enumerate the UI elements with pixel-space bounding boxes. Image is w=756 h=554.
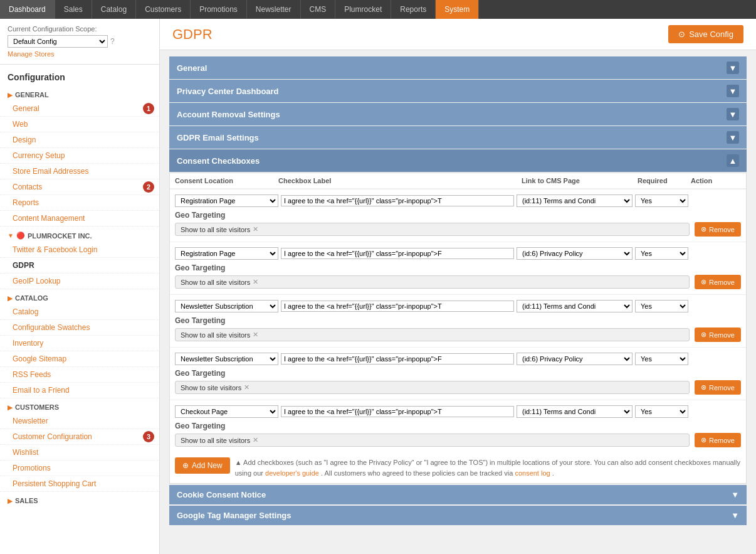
sidebar-item-persistent-cart[interactable]: Persistent Shopping Cart	[0, 476, 159, 492]
nav-newsletter[interactable]: Newsletter	[247, 0, 301, 19]
nav-plumrocket[interactable]: Plumrocket	[335, 0, 391, 19]
sidebar-item-newsletter[interactable]: Newsletter	[0, 413, 159, 429]
nav-system[interactable]: System	[436, 0, 479, 19]
toggle-privacy[interactable]: ▼	[727, 85, 739, 97]
sidebar-item-google-sitemap[interactable]: Google Sitemap	[0, 351, 159, 367]
col-header-required: Required	[638, 177, 691, 184]
section-account-removal[interactable]: Account Removal Settings ▼	[169, 103, 747, 125]
remove-button-4[interactable]: ⊗ Remove	[695, 380, 741, 395]
sidebar-item-inventory[interactable]: Inventory	[0, 336, 159, 351]
sidebar-item-email-friend[interactable]: Email to a Friend	[0, 383, 159, 398]
top-navigation: Dashboard Sales Catalog Customers Promot…	[0, 0, 756, 19]
required-select-3[interactable]: Yes	[635, 300, 688, 312]
section-google-tag[interactable]: Google Tag Manager Settings ▼	[169, 506, 747, 525]
section-privacy-center[interactable]: Privacy Center Dashboard ▼	[169, 80, 747, 102]
sidebar-item-gdpr[interactable]: GDPR	[0, 258, 159, 274]
geo-tag-remove-3[interactable]: ✕	[253, 331, 258, 339]
label-input-1[interactable]	[281, 195, 514, 206]
cms-page-select-1[interactable]: (id:11) Terms and Condi	[517, 194, 633, 207]
sidebar-group-plumrocket[interactable]: ▼ 🔴 PLUMROCKET INC.	[0, 226, 159, 242]
save-config-button[interactable]: ⊙ Save Config	[668, 25, 743, 43]
sidebar-item-customer-config[interactable]: Customer Configuration 3	[0, 429, 159, 445]
sidebar-item-rss-feeds[interactable]: RSS Feeds	[0, 367, 159, 383]
sidebar-item-twitter-fb[interactable]: Twitter & Facebook Login	[0, 242, 159, 258]
developers-guide-link[interactable]: developer's guide	[265, 469, 319, 477]
geo-tag-remove-1[interactable]: ✕	[253, 225, 258, 233]
sidebar-group-general[interactable]: ▶ GENERAL	[0, 86, 159, 101]
cms-page-select-3[interactable]: (id:11) Terms and Condi	[517, 300, 633, 312]
manage-stores-link[interactable]: Manage Stores	[8, 50, 152, 58]
sidebar-item-promotions[interactable]: Promotions	[0, 461, 159, 476]
geo-tag-remove-5[interactable]: ✕	[253, 436, 258, 444]
location-select-5[interactable]: Checkout Page	[175, 405, 278, 418]
sidebar-item-content-mgmt[interactable]: Content Management	[0, 211, 159, 226]
geo-tag-remove-2[interactable]: ✕	[253, 278, 258, 286]
toggle-account[interactable]: ▼	[727, 108, 739, 120]
consent-row-main: Registration Page (id:6) Privacy Policy …	[175, 247, 741, 260]
consent-log-link[interactable]: consent log	[515, 469, 550, 477]
nav-dashboard[interactable]: Dashboard	[0, 0, 55, 19]
location-select-2[interactable]: Registration Page	[175, 247, 278, 260]
config-title: Configuration	[0, 65, 159, 86]
main-content: GDPR ⊙ Save Config General ▼ Privacy Cen…	[160, 19, 756, 554]
remove-button-3[interactable]: ⊗ Remove	[695, 328, 741, 342]
geo-targeting-row: Show to all site visitors ✕ ⊗ Remove	[175, 433, 741, 447]
required-select-2[interactable]: Yes	[635, 247, 688, 260]
sidebar-item-catalog[interactable]: Catalog	[0, 304, 159, 320]
nav-sales[interactable]: Sales	[55, 0, 92, 19]
remove-button-5[interactable]: ⊗ Remove	[695, 433, 741, 447]
cms-page-select-2[interactable]: (id:6) Privacy Policy	[517, 247, 633, 260]
geo-tag-remove-4[interactable]: ✕	[244, 383, 249, 392]
geo-tag-text: Show to site visitors	[181, 384, 241, 392]
section-general[interactable]: General ▼	[169, 56, 747, 79]
sidebar-item-configurable-swatches[interactable]: Configurable Swatches	[0, 320, 159, 336]
sidebar-item-reports[interactable]: Reports	[0, 195, 159, 211]
sidebar-item-wishlist[interactable]: Wishlist	[0, 445, 159, 461]
geo-targeting-row: Show to site visitors ✕ ⊗ Remove	[175, 380, 741, 395]
toggle-consent[interactable]: ▲	[727, 154, 739, 167]
sidebar-item-currency-setup[interactable]: Currency Setup	[0, 148, 159, 164]
label-input-3[interactable]	[281, 301, 514, 312]
add-new-button[interactable]: ⊕ Add New	[175, 457, 230, 474]
cms-page-select-4[interactable]: (id:6) Privacy Policy	[517, 353, 633, 365]
consent-row: Newsletter Subscription (id:6) Privacy P…	[170, 347, 746, 400]
sidebar-group-customers[interactable]: ▶ CUSTOMERS	[0, 398, 159, 413]
required-select-5[interactable]: Yes	[635, 405, 688, 418]
nav-customers[interactable]: Customers	[136, 0, 191, 19]
nav-promotions[interactable]: Promotions	[191, 0, 247, 19]
remove-button-1[interactable]: ⊗ Remove	[695, 222, 741, 237]
scope-select[interactable]: Default Config	[8, 35, 108, 48]
remove-button-2[interactable]: ⊗ Remove	[695, 275, 741, 289]
sidebar-item-contacts[interactable]: Contacts 2	[0, 179, 159, 195]
toggle-google-tag[interactable]: ▼	[731, 511, 739, 520]
help-icon[interactable]: ?	[110, 37, 115, 46]
consent-table-header: Consent Location Checkbox Label Link to …	[170, 173, 746, 189]
toggle-gdpr-email[interactable]: ▼	[727, 131, 739, 144]
required-select-1[interactable]: Yes	[635, 194, 688, 207]
section-consent-checkboxes[interactable]: Consent Checkboxes ▲	[169, 149, 747, 172]
label-input-2[interactable]	[281, 248, 514, 259]
sidebar-item-store-email[interactable]: Store Email Addresses	[0, 164, 159, 179]
sidebar-item-web[interactable]: Web	[0, 117, 159, 132]
label-input-5[interactable]	[281, 406, 514, 417]
sidebar-item-design[interactable]: Design	[0, 132, 159, 148]
location-select-1[interactable]: Registration Page	[175, 194, 278, 207]
consent-row: Checkout Page (id:11) Terms and Condi Ye…	[170, 400, 746, 452]
nav-catalog[interactable]: Catalog	[92, 0, 136, 19]
label-input-4[interactable]	[281, 353, 514, 365]
sidebar-group-sales[interactable]: ▶ SALES	[0, 492, 159, 507]
nav-cms[interactable]: CMS	[301, 0, 336, 19]
location-select-4[interactable]: Newsletter Subscription	[175, 353, 278, 365]
nav-reports[interactable]: Reports	[391, 0, 436, 19]
sidebar-item-geoip[interactable]: GeoIP Lookup	[0, 274, 159, 289]
toggle-cookie[interactable]: ▼	[731, 490, 739, 499]
cms-page-select-5[interactable]: (id:11) Terms and Condi	[517, 405, 633, 418]
toggle-general[interactable]: ▼	[727, 61, 739, 74]
section-gdpr-email[interactable]: GDPR Email Settings ▼	[169, 126, 747, 149]
required-select-4[interactable]: Yes	[635, 353, 688, 365]
location-select-3[interactable]: Newsletter Subscription	[175, 300, 278, 312]
add-icon: ⊕	[182, 461, 189, 470]
section-cookie-consent[interactable]: Cookie Consent Notice ▼	[169, 485, 747, 504]
sidebar-item-general[interactable]: General 1	[0, 101, 159, 117]
sidebar-group-catalog[interactable]: ▶ CATALOG	[0, 289, 159, 304]
